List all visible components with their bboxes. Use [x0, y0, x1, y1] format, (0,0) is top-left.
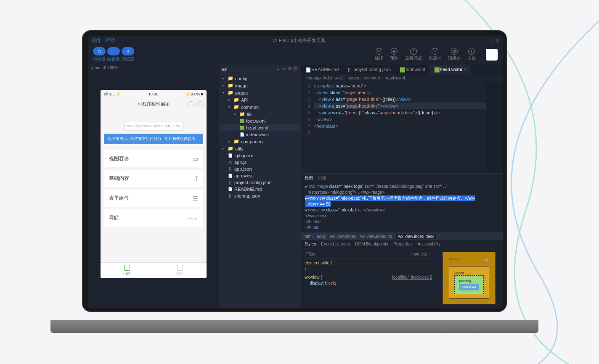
tabbar-item[interactable]: 接口 — [154, 263, 207, 278]
tree-item-config[interactable]: ▸📁config — [219, 75, 301, 82]
minimap[interactable] — [486, 82, 503, 173]
capsule-close-icon[interactable]: ⊙ — [196, 101, 204, 107]
menubar: 项目 帮助 v2-FinClip小程序开发工具 — □ ✕ — [88, 36, 503, 45]
devtools-tab-log[interactable]: 日志 — [318, 175, 326, 181]
toolbar: □模拟器编辑器⫴调试器 ⟳编译◉预览📱真机调试⇄切后台🗑清缓存↥上传 — [88, 45, 503, 65]
dom-breadcrumb: htmlbodywx-view.indexwx-view.index-hdwx-… — [301, 232, 503, 240]
simulator-panel: iphone6 100% ull IDE ⚡ 10:01 ⚡100% ■ 小程序… — [88, 65, 219, 308]
tree-item-utils[interactable]: ▸📁utils — [219, 145, 301, 152]
list-item[interactable]: 视图容器▭ — [104, 150, 203, 167]
editor-tab[interactable]: 🟩foot.wxml — [395, 65, 429, 74]
box-model: margin10 border padding 240 × 44 — [435, 248, 503, 308]
code-editor[interactable]: 12345678 <template name="head"> <view cl… — [301, 82, 503, 173]
tabs-overflow-icon[interactable]: ⋯ — [471, 65, 480, 74]
action-预览[interactable]: ◉预览 — [387, 48, 402, 61]
close-icon[interactable]: ✕ — [496, 38, 499, 43]
list-item[interactable]: 导航∘∘∘ — [104, 209, 203, 227]
action-真机调试[interactable]: 📱真机调试 — [402, 48, 425, 61]
tree-item-common[interactable]: ▾📁common — [219, 103, 301, 111]
tree-item-pages[interactable]: ▾📁pages — [219, 89, 301, 96]
dom-crumb-item[interactable]: wx-view.index-hd — [360, 234, 392, 239]
tree-item-index.wxss[interactable]: 📄index.wxss — [219, 131, 301, 138]
maximize-icon[interactable]: □ — [490, 38, 493, 43]
tab-close-icon[interactable]: × — [464, 67, 466, 72]
list-item[interactable]: 基础内容T — [104, 170, 203, 187]
breadcrumb-item[interactable]: fino-applet-demo-v2 — [305, 76, 343, 80]
tree-item-foot.wxml[interactable]: 🟩foot.wxml — [219, 118, 301, 124]
ide-window: 项目 帮助 v2-FinClip小程序开发工具 — □ ✕ □模拟器编辑器⫴调试… — [88, 36, 503, 308]
action-编译[interactable]: ⟳编译 — [371, 48, 387, 61]
styles-filter-input[interactable]: Filter — [306, 251, 315, 257]
styles-tab[interactable]: Accessibility — [418, 242, 440, 246]
editor-tabs: 📄README.md{}project.config.json🟩foot.wxm… — [301, 65, 503, 74]
phone-simulator[interactable]: ull IDE ⚡ 10:01 ⚡100% ■ 小程序组件展示 ⋯ ⊙ — [101, 90, 207, 278]
tree-item-app.js[interactable]: JSapp.js — [219, 159, 301, 166]
dom-crumb-item[interactable]: wx-view.index — [330, 234, 356, 239]
tree-item-component[interactable]: ▸📁component — [219, 138, 301, 145]
action-清缓存[interactable]: 🗑清缓存 — [445, 48, 464, 61]
mode-模拟器[interactable]: □模拟器 — [93, 47, 106, 62]
menu-project[interactable]: 项目 — [91, 37, 101, 44]
styles-pane[interactable]: Filter :hov .cls + element.style {}</spa… — [301, 248, 435, 308]
phone-nav-title: 小程序组件展示 — [138, 101, 170, 107]
file-explorer: v2 ＋ ▭ ⟳ ⊟ ▸📁config▸📁image▾📁pages▸📁API▾📁… — [219, 65, 301, 308]
tree-item-project.config.json[interactable]: {}project.config.json — [219, 179, 301, 186]
styles-tab[interactable]: Properties — [393, 242, 413, 246]
refresh-icon[interactable]: ⟳ — [287, 66, 293, 72]
collapse-icon[interactable]: ⊟ — [293, 66, 299, 72]
tree-item-sitemap.json[interactable]: {}sitemap.json — [219, 193, 301, 199]
inspected-element-highlight[interactable]: 以下将展示小程序官方组件能力，组件样式仅供参考。 — [104, 134, 203, 144]
capsule-more-icon[interactable]: ⋯ — [187, 101, 195, 107]
styles-tab[interactable]: Styles — [305, 242, 316, 246]
mode-编辑器[interactable]: 编辑器 — [107, 47, 120, 62]
tree-item-.gitignore[interactable]: 📄.gitignore — [219, 152, 301, 159]
dom-crumb-item[interactable]: html — [305, 234, 313, 239]
minimize-icon[interactable]: — — [483, 38, 488, 43]
tree-item-README.md[interactable]: 📄README.md — [219, 186, 301, 193]
editor-tab[interactable]: 📄README.md — [301, 65, 343, 74]
user-avatar[interactable] — [486, 49, 498, 61]
breadcrumb-item[interactable]: common — [364, 76, 380, 80]
editor-breadcrumb: fino-applet-demo-v2›pages›common›head.wx… — [301, 74, 503, 82]
laptop-frame: 项目 帮助 v2-FinClip小程序开发工具 — □ ✕ □模拟器编辑器⫴调试… — [76, 30, 513, 324]
phone-tabbar: 组件接口 — [101, 262, 207, 278]
inspector-tooltip: wx-view.index-desc 240 × 44 — [125, 122, 183, 130]
action-切后台[interactable]: ⇄切后台 — [425, 48, 445, 61]
styles-tab[interactable]: DOM Breakpoints — [355, 242, 388, 246]
phone-statusbar: ull IDE ⚡ 10:01 ⚡100% ■ — [101, 90, 207, 98]
tree-item-head.wxml[interactable]: 🟩head.wxml — [219, 124, 301, 131]
devtools-tab-view[interactable]: 视图 — [305, 175, 313, 181]
project-root-label: v2 — [222, 67, 227, 72]
editor-panel: 📄README.md{}project.config.json🟩foot.wxm… — [301, 65, 503, 308]
new-file-icon[interactable]: ＋ — [275, 66, 281, 72]
dom-crumb-item[interactable]: body — [317, 234, 326, 239]
tabbar-item[interactable]: 组件 — [101, 263, 154, 278]
breadcrumb-item[interactable]: pages — [347, 76, 359, 80]
styles-tab[interactable]: Event Listeners — [321, 242, 350, 246]
action-上传[interactable]: ↥上传 — [464, 48, 479, 61]
tree-item-API[interactable]: ▸📁API — [219, 96, 301, 103]
styles-filter-tools[interactable]: :hov .cls + — [411, 251, 430, 257]
list-item[interactable]: 表单组件☰ — [104, 190, 203, 207]
tree-item-lib[interactable]: ▸📁lib — [219, 111, 301, 118]
editor-tab[interactable]: 🟩head.wxml× — [430, 65, 471, 74]
tree-item-app.json[interactable]: {}app.json — [219, 166, 301, 172]
devtools-panel: 视图 日志 ▸<wx-image class="index-logo" src=… — [301, 173, 503, 308]
tree-item-image[interactable]: ▸📁image — [219, 82, 301, 89]
window-title: v2-FinClip小程序开发工具 — [272, 37, 326, 44]
simulator-device-label: iphone6 100% — [88, 65, 219, 73]
editor-tab[interactable]: {}project.config.json — [343, 65, 395, 74]
mode-调试器[interactable]: ⫴调试器 — [122, 47, 134, 62]
phone-navbar: 小程序组件展示 ⋯ ⊙ — [101, 98, 207, 110]
menu-help[interactable]: 帮助 — [106, 37, 115, 44]
breadcrumb-item[interactable]: head.wxml — [385, 76, 405, 80]
tree-item-app.wxss[interactable]: 📄app.wxss — [219, 172, 301, 179]
dom-crumb-item[interactable]: wx-view.index-desc — [396, 234, 436, 239]
new-folder-icon[interactable]: ▭ — [281, 66, 287, 72]
dom-tree[interactable]: ▸<wx-image class="index-logo" src="../re… — [301, 182, 503, 232]
